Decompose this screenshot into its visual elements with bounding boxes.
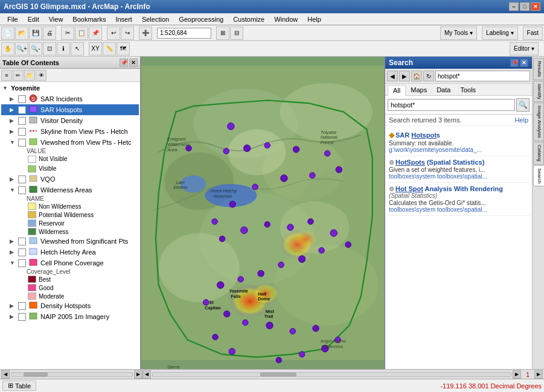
close-button[interactable]: ✕	[531, 2, 540, 11]
right-tab-identify[interactable]: Identify	[533, 81, 544, 103]
search-refresh-button[interactable]: ↻	[423, 71, 434, 81]
undo-button[interactable]: ↩	[107, 27, 120, 40]
search-home-button[interactable]: 🏠	[411, 71, 422, 81]
search-go-button[interactable]: 🔍	[516, 98, 530, 112]
toc-layer-yosemite[interactable]: ▼ Yosemite	[1, 83, 139, 93]
table-button[interactable]: ⊞ Table	[2, 381, 36, 391]
menu-geoprocessing[interactable]: Geoprocessing	[174, 14, 228, 24]
toc-layer-cell-phone[interactable]: ▼ Cell Phone Coverage	[1, 258, 139, 268]
toc-layer-vqo[interactable]: ▶ VQO	[1, 174, 139, 185]
menu-insert[interactable]: Insert	[110, 14, 137, 24]
menu-help[interactable]: Help	[302, 14, 326, 24]
map-scroll-track[interactable]	[152, 372, 511, 377]
save-button[interactable]: 💾	[29, 27, 42, 40]
zoom-full-button[interactable]: ⊞	[216, 27, 229, 40]
open-button[interactable]: 📂	[15, 27, 28, 40]
toc-layer-visitor-density[interactable]: ▶ Visitor Density	[1, 115, 139, 126]
menu-bookmarks[interactable]: Bookmarks	[68, 14, 110, 24]
search-pin-button[interactable]: 📌	[510, 58, 519, 67]
scale-input[interactable]	[157, 28, 211, 39]
page-right-button[interactable]: ▶	[534, 370, 543, 379]
map-area[interactable]: Emigrant Wilderness Area Toiyabe Nationa…	[141, 57, 384, 369]
horizontal-scroll-thumb[interactable]	[24, 373, 48, 376]
toc-layer-skyline[interactable]: ▶ Skyline from View Pts - Hetch	[1, 126, 139, 137]
toc-drawing-btn[interactable]: ✏	[13, 70, 24, 81]
checkbox-skyline[interactable]	[18, 128, 26, 136]
toc-layer-viewshed[interactable]: ▼ Viewshed from View Pts - Hetc	[1, 137, 139, 148]
checkbox-wilderness[interactable]	[18, 186, 26, 194]
tab-maps[interactable]: Maps	[406, 85, 432, 95]
identify-button[interactable]: ℹ	[57, 42, 70, 55]
menu-selection[interactable]: Selection	[137, 14, 174, 24]
add-data-button[interactable]: ➕	[139, 27, 152, 40]
cut-button[interactable]: ✂	[61, 27, 74, 40]
redo-button[interactable]: ↪	[121, 27, 134, 40]
new-map-button[interactable]: 📄	[1, 27, 14, 40]
search-back-button[interactable]: ◀	[387, 71, 398, 81]
zoom-in-button[interactable]: 🔍+	[15, 42, 28, 55]
menu-edit[interactable]: Edit	[23, 14, 44, 24]
toc-layer-viewshed2[interactable]: ▶ Viewshed from Significant Pts	[1, 236, 139, 247]
search-input[interactable]	[388, 99, 515, 111]
menu-window[interactable]: Window	[269, 14, 302, 24]
menu-view[interactable]: View	[44, 14, 68, 24]
toc-list-btn[interactable]: ≡	[1, 70, 12, 81]
help-link[interactable]: Help	[514, 116, 528, 124]
toc-layer-sar-hotspots[interactable]: ▶ ✓ SAR Hotspots	[1, 104, 139, 115]
toc-pin-button[interactable]: 📌	[120, 58, 128, 67]
checkbox-cell[interactable]	[18, 259, 26, 267]
menu-customize[interactable]: Customize	[228, 14, 269, 24]
toc-source-btn[interactable]: 📁	[24, 70, 35, 81]
copy-button[interactable]: 📋	[75, 27, 88, 40]
toc-visibility-btn[interactable]: 👁	[36, 70, 46, 81]
toc-layer-density-hotspots[interactable]: ▶ Density Hotspots	[1, 300, 139, 311]
editor-button[interactable]: Editor ▾	[510, 42, 539, 55]
tab-tools[interactable]: Tools	[455, 85, 481, 95]
map-scroll-right-button[interactable]: ▶	[513, 370, 521, 379]
search-result-hot-spot-rendering[interactable]: ⚙ Hot Spot Analysis With Rendering (Spat…	[388, 183, 530, 216]
checkbox-vqo[interactable]	[18, 175, 26, 183]
horizontal-scroll-track[interactable]	[11, 372, 133, 377]
checkbox-sar-incidents[interactable]	[18, 95, 26, 103]
tab-all[interactable]: All	[388, 85, 406, 96]
pan-button[interactable]: ✋	[1, 42, 14, 55]
right-tab-search[interactable]: Search	[533, 165, 544, 186]
tab-data[interactable]: Data	[432, 85, 455, 95]
right-tab-catalog[interactable]: Catalog	[533, 142, 544, 165]
toc-layer-naip[interactable]: ▶ NAIP 2005 1m Imagery	[1, 311, 139, 322]
checkbox-density[interactable]	[18, 302, 26, 310]
scroll-left-button[interactable]: ◀	[1, 370, 10, 379]
my-tools-button[interactable]: My Tools ▾	[440, 27, 477, 40]
search-result-hotspots-spatial[interactable]: ⚙ HotSpots (Spatial Statistics) Given a …	[388, 156, 530, 183]
measure-button[interactable]: 📏	[103, 42, 116, 55]
toc-layer-sar-incidents[interactable]: ▶ S SAR Incidents	[1, 93, 139, 104]
checkbox-hetch[interactable]	[18, 248, 26, 256]
paste-button[interactable]: 📌	[89, 27, 102, 40]
checkbox-viewshed2[interactable]	[18, 238, 26, 245]
toc-close-button[interactable]: ✕	[129, 58, 138, 67]
right-tab-results[interactable]: Results	[533, 58, 544, 80]
right-tab-image-analysis[interactable]: Image Analysis	[533, 103, 544, 141]
fast-dropdown[interactable]: Fast	[523, 27, 543, 40]
select-button[interactable]: ↖	[71, 42, 84, 55]
toc-layer-hetch[interactable]: ▶ Hetch Hetchy Area	[1, 247, 139, 258]
map-scroll-left-button[interactable]: ◀	[142, 370, 151, 379]
search-result-sar-hotspots[interactable]: ◆ SAR Hotspots Summary: not available. g…	[388, 128, 530, 156]
zoom-out-button[interactable]: 🔍-	[29, 42, 42, 55]
search-url-input[interactable]	[435, 71, 530, 81]
zoom-extent-button[interactable]: ⊡	[43, 42, 56, 55]
checkbox-naip[interactable]	[18, 313, 26, 321]
print-button[interactable]: 🖨	[43, 27, 56, 40]
checkbox-viewshed[interactable]	[18, 139, 26, 147]
maximize-button[interactable]: □	[520, 2, 530, 11]
goto-xy-button[interactable]: XY	[89, 42, 102, 55]
checkbox-visitor-density[interactable]	[18, 117, 26, 125]
find-route-button[interactable]: 🗺	[117, 42, 130, 55]
checkbox-sar-hotspots[interactable]: ✓	[18, 106, 26, 114]
scroll-right-button[interactable]: ▶	[134, 370, 142, 379]
zoom-prev-button[interactable]: ⊟	[230, 27, 243, 40]
search-close-button[interactable]: ✕	[520, 58, 528, 67]
map-scroll-thumb[interactable]	[260, 373, 296, 376]
toc-layer-wilderness[interactable]: ▼ Wilderness Areas	[1, 185, 139, 195]
search-forward-button[interactable]: ▶	[399, 71, 410, 81]
